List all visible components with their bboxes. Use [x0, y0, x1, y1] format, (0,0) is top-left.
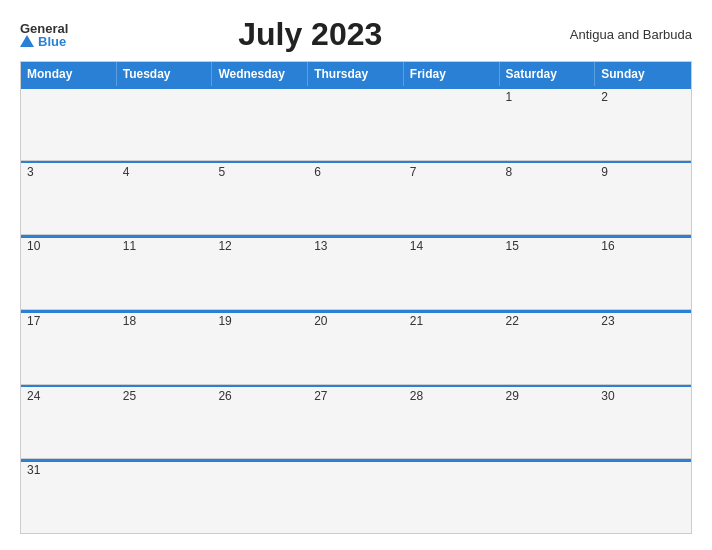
day-number: 6: [314, 165, 321, 179]
calendar-cell: 25: [117, 385, 213, 459]
calendar-cell: 26: [212, 385, 308, 459]
day-number: 2: [601, 90, 608, 104]
calendar-cell: [212, 459, 308, 533]
day-number: 18: [123, 314, 136, 328]
calendar-cell: [500, 459, 596, 533]
calendar-row-4: 17181920212223: [21, 310, 691, 385]
logo-triangle-icon: [20, 35, 34, 47]
calendar-row-5: 24252627282930: [21, 385, 691, 460]
calendar-cell: [404, 459, 500, 533]
calendar: MondayTuesdayWednesdayThursdayFridaySatu…: [20, 61, 692, 534]
day-number: 31: [27, 463, 40, 477]
weekday-header-wednesday: Wednesday: [212, 62, 308, 86]
calendar-cell: [308, 86, 404, 160]
calendar-cell: [595, 459, 691, 533]
calendar-cell: 7: [404, 161, 500, 235]
weekday-header-thursday: Thursday: [308, 62, 404, 86]
calendar-row-3: 10111213141516: [21, 235, 691, 310]
calendar-cell: [21, 86, 117, 160]
month-title: July 2023: [68, 16, 552, 53]
calendar-cell: 10: [21, 235, 117, 309]
calendar-row-1: 12: [21, 86, 691, 161]
day-number: 28: [410, 389, 423, 403]
calendar-cell: 2: [595, 86, 691, 160]
day-number: 25: [123, 389, 136, 403]
day-number: 1: [506, 90, 513, 104]
day-number: 9: [601, 165, 608, 179]
day-number: 8: [506, 165, 513, 179]
calendar-cell: [117, 459, 213, 533]
calendar-cell: [404, 86, 500, 160]
day-number: 5: [218, 165, 225, 179]
weekday-header-friday: Friday: [404, 62, 500, 86]
calendar-cell: 21: [404, 310, 500, 384]
calendar-cell: 28: [404, 385, 500, 459]
day-number: 4: [123, 165, 130, 179]
calendar-cell: 19: [212, 310, 308, 384]
day-number: 27: [314, 389, 327, 403]
day-number: 16: [601, 239, 614, 253]
page: General Blue July 2023 Antigua and Barbu…: [0, 0, 712, 550]
weekday-header-monday: Monday: [21, 62, 117, 86]
day-number: 11: [123, 239, 136, 253]
calendar-cell: 9: [595, 161, 691, 235]
day-number: 3: [27, 165, 34, 179]
day-number: 7: [410, 165, 417, 179]
logo: General Blue: [20, 22, 68, 48]
header: General Blue July 2023 Antigua and Barbu…: [20, 16, 692, 53]
day-number: 20: [314, 314, 327, 328]
calendar-cell: 29: [500, 385, 596, 459]
calendar-cell: [117, 86, 213, 160]
calendar-cell: 22: [500, 310, 596, 384]
day-number: 14: [410, 239, 423, 253]
logo-general-text: General: [20, 22, 68, 35]
day-number: 12: [218, 239, 231, 253]
calendar-cell: 15: [500, 235, 596, 309]
day-number: 13: [314, 239, 327, 253]
day-number: 15: [506, 239, 519, 253]
calendar-cell: 27: [308, 385, 404, 459]
calendar-cell: 1: [500, 86, 596, 160]
calendar-cell: 18: [117, 310, 213, 384]
day-number: 10: [27, 239, 40, 253]
calendar-cell: 3: [21, 161, 117, 235]
calendar-cell: [212, 86, 308, 160]
calendar-row-2: 3456789: [21, 161, 691, 236]
calendar-cell: 30: [595, 385, 691, 459]
calendar-row-6: 31: [21, 459, 691, 533]
calendar-cell: 4: [117, 161, 213, 235]
calendar-cell: [308, 459, 404, 533]
calendar-cell: 16: [595, 235, 691, 309]
weekday-header-saturday: Saturday: [500, 62, 596, 86]
day-number: 19: [218, 314, 231, 328]
calendar-cell: 20: [308, 310, 404, 384]
day-number: 23: [601, 314, 614, 328]
calendar-cell: 31: [21, 459, 117, 533]
calendar-cell: 8: [500, 161, 596, 235]
day-number: 26: [218, 389, 231, 403]
calendar-header: MondayTuesdayWednesdayThursdayFridaySatu…: [21, 62, 691, 86]
day-number: 17: [27, 314, 40, 328]
country-label: Antigua and Barbuda: [552, 27, 692, 42]
calendar-cell: 12: [212, 235, 308, 309]
calendar-cell: 6: [308, 161, 404, 235]
weekday-header-tuesday: Tuesday: [117, 62, 213, 86]
calendar-body: 1234567891011121314151617181920212223242…: [21, 86, 691, 533]
day-number: 24: [27, 389, 40, 403]
calendar-cell: 14: [404, 235, 500, 309]
day-number: 21: [410, 314, 423, 328]
day-number: 29: [506, 389, 519, 403]
logo-blue-text: Blue: [20, 35, 68, 48]
calendar-cell: 23: [595, 310, 691, 384]
calendar-cell: 5: [212, 161, 308, 235]
calendar-cell: 24: [21, 385, 117, 459]
calendar-cell: 13: [308, 235, 404, 309]
day-number: 30: [601, 389, 614, 403]
weekday-header-sunday: Sunday: [595, 62, 691, 86]
calendar-cell: 11: [117, 235, 213, 309]
calendar-cell: 17: [21, 310, 117, 384]
day-number: 22: [506, 314, 519, 328]
